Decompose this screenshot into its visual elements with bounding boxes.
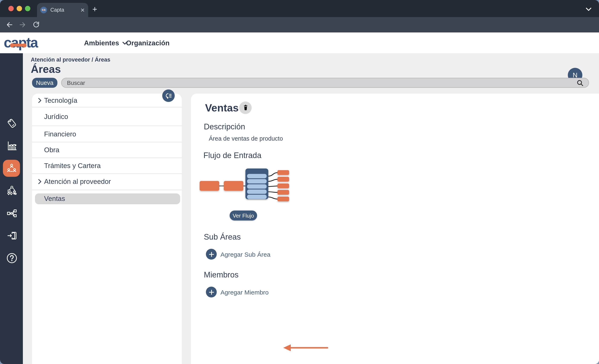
logo-text: capta [4,35,38,50]
zoom-window-button[interactable] [25,6,30,11]
minimize-window-button[interactable] [17,6,22,11]
area-row-obra[interactable]: Obra [32,142,182,158]
app-header: capta Ambientes Organización N [0,32,599,53]
tickets-icon[interactable] [5,117,18,129]
browser-toolbar: arquimedes.capta.co/6320b60b07e1a5001a48… [0,17,599,32]
logout-icon[interactable] [5,229,18,242]
collapse-list-button[interactable] [162,89,175,102]
areas-list-panel: Tecnología Jurídico Financiero Obra Trám… [32,94,182,364]
breadcrumb[interactable]: Atención al proveedor / Áreas [31,57,110,63]
icon-rail [0,53,23,364]
nav-organizacion[interactable]: Organización [126,39,169,47]
logo-link-icon [10,44,27,47]
search-input[interactable] [61,78,589,88]
add-subarea-label: Agregar Sub Área [220,251,270,258]
tab-strip: ca Capta ✕ + [0,0,599,17]
nav-organizacion-label: Organización [126,39,169,47]
tab-title: Capta [50,7,80,13]
area-row-label: Ventas [44,195,65,203]
help-icon[interactable] [5,252,18,264]
flowchart-icon[interactable] [5,207,18,219]
new-area-button[interactable]: Nueva [32,78,57,88]
back-icon[interactable] [5,21,13,29]
close-window-button[interactable] [8,6,14,11]
browser-window: ca Capta ✕ + arquimedes.capta.co/6320b60… [0,0,599,364]
page-title: Áreas [31,63,61,76]
chevron-right-icon[interactable] [38,98,41,103]
area-row-label: Obra [44,146,59,154]
add-subarea-button[interactable]: Agregar Sub Área [206,249,270,260]
area-row-label: Trámites y Cartera [44,162,101,170]
delete-area-button[interactable] [239,101,252,114]
chevron-right-icon[interactable] [38,179,41,185]
nav-ambientes[interactable]: Ambientes [84,39,127,47]
area-row-tramites-y-cartera[interactable]: Trámites y Cartera [32,158,182,174]
analytics-chart-icon[interactable] [5,139,18,152]
view-flow-button[interactable]: Ver Flujo [230,211,257,221]
search-field [61,78,589,88]
description-heading: Descripción [204,122,245,132]
capta-favicon-icon: ca [40,7,47,13]
new-tab-button[interactable]: + [92,5,97,14]
area-row-tecnologia[interactable]: Tecnología [32,94,182,107]
plus-icon [206,249,217,260]
area-detail-title: Ventas [205,102,238,114]
subareas-heading: Sub Áreas [204,232,241,242]
forward-icon[interactable] [19,21,27,29]
area-row-label: Jurídico [44,113,68,120]
add-member-button[interactable]: Agregar Miembro [206,287,269,297]
tab-close-icon[interactable]: ✕ [80,7,85,13]
add-member-label: Agregar Miembro [220,288,269,296]
area-row-label: Tecnología [44,96,77,104]
decision-tree-icon[interactable] [5,184,18,197]
area-row-juridico[interactable]: Jurídico [32,107,182,126]
plus-icon [206,287,217,297]
trash-icon [242,104,249,112]
nav-ambientes-label: Ambientes [84,39,119,47]
search-icon[interactable] [577,79,584,86]
tab-search-chevron-icon[interactable] [586,8,591,11]
area-row-label: Atención al proveedor [44,178,111,186]
area-row-atencion-al-proveedor[interactable]: Atención al proveedor [32,174,182,190]
reload-icon[interactable] [32,21,40,28]
flow-heading: Flujo de Entrada [203,151,261,160]
annotation-arrow-subarea [283,344,329,352]
description-text: Área de ventas de producto [209,135,283,142]
capta-logo[interactable]: capta [4,35,38,51]
area-detail-panel: Ventas Descripción Área de ventas de pro… [191,94,599,364]
area-row-label: Financiero [44,130,76,138]
areas-team-icon[interactable] [5,162,18,174]
area-row-financiero[interactable]: Financiero [32,126,182,142]
area-row-ventas-selected[interactable]: Ventas [35,193,180,204]
browser-tab[interactable]: ca Capta ✕ [37,3,88,17]
members-heading: Miembros [204,270,238,280]
collapse-list-icon [165,92,172,99]
entry-flow-diagram [199,167,307,205]
